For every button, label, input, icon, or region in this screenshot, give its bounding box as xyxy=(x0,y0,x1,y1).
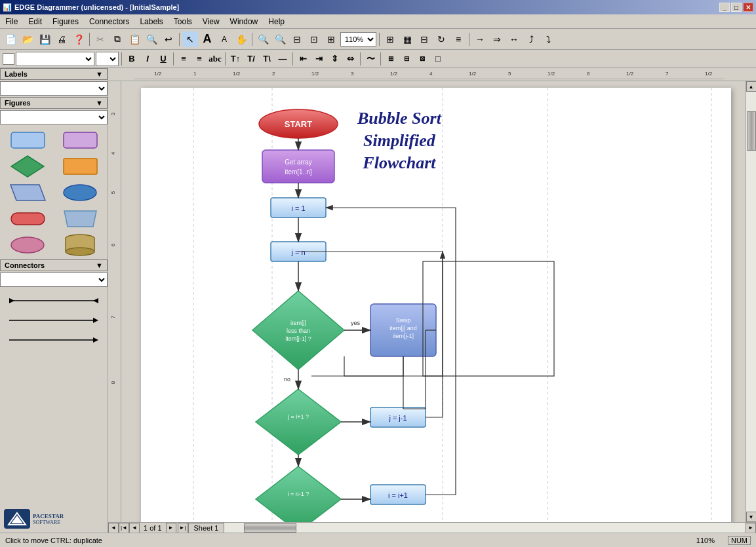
connector-tool-1[interactable]: → xyxy=(472,31,488,47)
text-small-tool[interactable]: A xyxy=(216,31,232,47)
menu-figures[interactable]: Figures xyxy=(47,14,84,28)
svg-text:6: 6 xyxy=(110,243,116,246)
new-button[interactable]: 📄 xyxy=(3,31,18,47)
hand-tool[interactable]: ✋ xyxy=(233,31,249,47)
labels-dropdown[interactable] xyxy=(0,81,108,96)
bold-button[interactable]: B xyxy=(125,52,139,66)
shape-diamond-green[interactable] xyxy=(3,155,52,178)
menu-connectors[interactable]: Connectors xyxy=(84,14,134,28)
menu-help[interactable]: Help xyxy=(263,14,290,28)
scroll-thumb-v[interactable] xyxy=(747,111,756,151)
ungroup-button[interactable]: ⊟ xyxy=(416,31,432,47)
shape-cylinder[interactable] xyxy=(55,233,105,257)
zoom-page-button[interactable]: ⊡ xyxy=(306,31,322,47)
connectors-section-header[interactable]: Connectors ▼ xyxy=(0,259,108,271)
scroll-thumb-h[interactable] xyxy=(244,523,296,533)
scroll-right-button[interactable]: ► xyxy=(746,523,756,533)
font-name-select[interactable] xyxy=(16,52,94,66)
connectors-dropdown[interactable] xyxy=(0,273,108,287)
text-box-button[interactable]: □ xyxy=(431,52,445,66)
italic-button[interactable]: I xyxy=(140,52,155,66)
connector-tool-3[interactable]: ↔ xyxy=(506,31,522,47)
help-button[interactable]: ❓ xyxy=(71,31,87,47)
menu-view[interactable]: View xyxy=(197,14,225,28)
label-options[interactable]: ⊠ xyxy=(415,52,429,66)
undo-button[interactable]: ↩ xyxy=(161,31,176,47)
open-button[interactable]: 📂 xyxy=(20,31,35,47)
minimize-button[interactable]: _ xyxy=(719,3,730,12)
scroll-first-button[interactable]: |◄ xyxy=(119,523,129,533)
spacing2-button[interactable]: ⇔ xyxy=(343,52,357,66)
cut-button[interactable]: ✂ xyxy=(92,31,108,47)
window-title: EDGE Diagrammer (unlicensed) - [InitialS… xyxy=(14,3,179,11)
shape-oval-pink[interactable] xyxy=(3,233,52,257)
wave-connector[interactable]: 〜 xyxy=(363,52,378,66)
pointer-tool[interactable]: ↖ xyxy=(182,31,198,47)
connector-arrow-right[interactable] xyxy=(3,311,105,330)
menu-file[interactable]: File xyxy=(0,14,23,28)
line-style-button[interactable]: — xyxy=(275,52,290,66)
figures-dropdown[interactable] xyxy=(0,110,108,124)
scroll-up-button[interactable]: ▲ xyxy=(746,81,757,92)
scroll-track-v[interactable] xyxy=(746,92,757,512)
scroll-track-h[interactable] xyxy=(224,523,746,533)
shape-trapezoid-blue[interactable] xyxy=(55,207,105,231)
figures-section-header[interactable]: Figures ▼ xyxy=(0,97,108,109)
zoom-fit-button[interactable]: ⊟ xyxy=(289,31,305,47)
text-large-tool[interactable]: A xyxy=(199,31,215,47)
connector-arrow-both[interactable] xyxy=(3,291,105,311)
find-button[interactable]: 🔍 xyxy=(144,31,159,47)
text-slant-button[interactable]: T\ xyxy=(260,52,274,66)
paste-button[interactable]: 📋 xyxy=(127,31,142,47)
shape-parallelogram-blue[interactable] xyxy=(3,181,52,204)
text-angle-button[interactable]: T/ xyxy=(244,52,258,66)
page-prev-button[interactable]: ◄ xyxy=(129,523,140,533)
connector-tool-5[interactable]: ⤵ xyxy=(540,31,556,47)
zoom-select-button[interactable]: ⊞ xyxy=(323,31,339,47)
save-button[interactable]: 💾 xyxy=(37,31,52,47)
scroll-down-button[interactable]: ▼ xyxy=(746,512,757,522)
right-indent-button[interactable]: ⇥ xyxy=(311,52,326,66)
color-picker[interactable] xyxy=(3,53,14,65)
connector-tool-2[interactable]: ⇒ xyxy=(489,31,505,47)
align-left-button[interactable]: ≡ xyxy=(176,52,191,66)
maximize-button[interactable]: □ xyxy=(731,3,742,12)
page-next-button[interactable]: ► xyxy=(166,523,176,533)
canvas[interactable]: Bubble Sort Simplified Flowchart START G… xyxy=(121,81,746,522)
text-top-button[interactable]: T↑ xyxy=(228,52,243,66)
align-center-button[interactable]: ≡ xyxy=(192,52,207,66)
connector-tool-4[interactable]: ⤴ xyxy=(523,31,539,47)
shape-rect-purple[interactable] xyxy=(55,128,105,152)
align-button[interactable]: ≡ xyxy=(450,31,466,47)
line-options[interactable]: ⊞ xyxy=(384,52,398,66)
sheet-tab[interactable]: Sheet 1 xyxy=(188,523,225,533)
spacing-button[interactable]: ⇕ xyxy=(327,52,342,66)
print-button[interactable]: 🖨 xyxy=(54,31,70,47)
menu-window[interactable]: Window xyxy=(225,14,264,28)
grid-button[interactable]: ⊞ xyxy=(382,31,398,47)
menu-labels[interactable]: Labels xyxy=(134,14,168,28)
copy-button[interactable]: ⧉ xyxy=(109,31,125,47)
left-indent-button[interactable]: ⇤ xyxy=(296,52,310,66)
rotate-button[interactable]: ↻ xyxy=(433,31,449,47)
underline-button[interactable]: U xyxy=(156,52,170,66)
text-style-button[interactable]: abc xyxy=(208,52,222,66)
menu-edit[interactable]: Edit xyxy=(23,14,47,28)
scroll-left-button[interactable]: ◄ xyxy=(108,523,119,533)
group-button[interactable]: ▦ xyxy=(399,31,415,47)
zoom-in-button[interactable]: 🔍 xyxy=(255,31,271,47)
vertical-scrollbar[interactable]: ▲ ▼ xyxy=(746,81,756,522)
shape-oval-blue[interactable] xyxy=(55,181,105,204)
shape-rect-red[interactable] xyxy=(3,207,52,231)
connector-line[interactable] xyxy=(3,330,105,350)
shape-rect-blue[interactable] xyxy=(3,128,52,152)
menu-tools[interactable]: Tools xyxy=(169,14,197,28)
font-size-select[interactable] xyxy=(96,52,119,66)
arrow-options[interactable]: ⊟ xyxy=(399,52,414,66)
labels-section-header[interactable]: Labels ▼ xyxy=(0,68,108,80)
zoom-select[interactable]: 110% 100% 75% 150% xyxy=(340,32,376,47)
shape-rect-orange[interactable] xyxy=(55,155,105,178)
close-button[interactable]: ✕ xyxy=(743,3,753,12)
zoom-out-button[interactable]: 🔍 xyxy=(272,31,288,47)
page-last-button[interactable]: ►| xyxy=(178,523,188,533)
